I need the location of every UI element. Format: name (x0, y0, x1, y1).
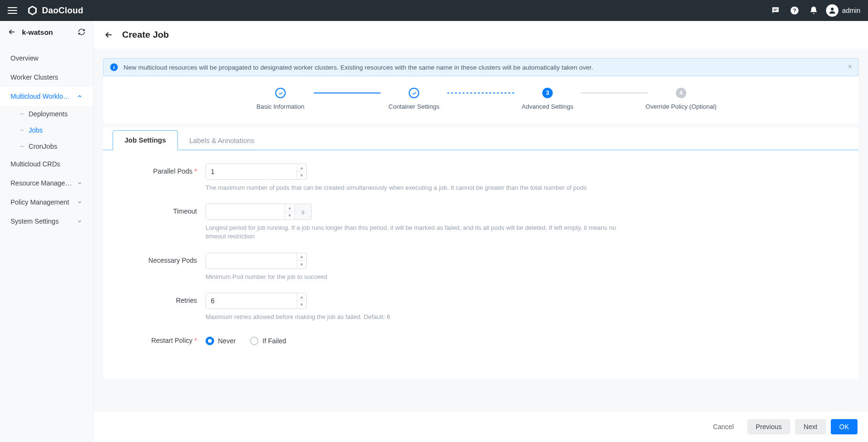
cancel-button[interactable]: Cancel (704, 419, 743, 434)
retries-input[interactable]: ▲▼ (206, 293, 307, 309)
step-override-policy[interactable]: 4 Override Policy (Optional) (648, 88, 714, 110)
svg-rect-0 (774, 9, 777, 10)
svg-rect-1 (774, 10, 776, 10)
hamburger-icon[interactable] (8, 7, 17, 14)
sidebar-item-resource-management[interactable]: Resource Manage… (0, 174, 93, 193)
sidebar: k-watson Overview Worker Clusters Multic… (0, 21, 93, 442)
ok-button[interactable]: OK (831, 419, 858, 434)
sidebar-item-deployments[interactable]: Deployments (0, 106, 93, 122)
step-line (314, 93, 381, 93)
info-alert: i New multicloud resources will be propa… (103, 58, 858, 76)
chevron-down-icon (77, 218, 83, 224)
bell-icon[interactable] (809, 6, 818, 15)
necessary-pods-field[interactable] (206, 253, 297, 268)
timeout-suffix: s (294, 204, 311, 219)
restart-policy-group: Never If Failed (206, 333, 635, 345)
step-basic-info[interactable]: Basic Information (247, 88, 314, 110)
sidebar-item-jobs[interactable]: Jobs (0, 122, 93, 138)
radio-if-failed[interactable]: If Failed (250, 337, 286, 345)
footer: Cancel Previous Next OK (93, 411, 868, 442)
close-icon[interactable]: × (848, 62, 852, 71)
sidebar-item-worker-clusters[interactable]: Worker Clusters (0, 68, 93, 87)
step-line (581, 93, 648, 93)
sidebar-item-policy-management[interactable]: Policy Management (0, 193, 93, 212)
radio-never[interactable]: Never (206, 337, 236, 345)
label-necessary-pods: Necessary Pods (122, 253, 206, 264)
next-button[interactable]: Next (795, 419, 826, 434)
parallel-pods-field[interactable] (206, 164, 297, 179)
form-card: Job Settings Labels & Annotations Parall… (103, 127, 858, 379)
sidebar-item-overview[interactable]: Overview (0, 49, 93, 68)
sidebar-item-cronjobs[interactable]: CronJobs (0, 138, 93, 154)
context-label: k-watson (22, 28, 78, 36)
context-back-icon[interactable] (8, 28, 16, 36)
tabs: Job Settings Labels & Annotations (103, 127, 858, 150)
sidebar-item-multicloud-workloads[interactable]: Multicloud Worklo… (0, 87, 93, 106)
brand-logo[interactable]: DaoCloud (27, 5, 83, 16)
help-timeout: Longest period for job running. If a job… (206, 224, 635, 241)
topbar: DaoCloud ? admin (0, 0, 868, 21)
page-back-icon[interactable] (104, 30, 114, 40)
spinner[interactable]: ▲▼ (285, 204, 294, 219)
step-line (447, 93, 514, 93)
help-necessary-pods: Minimum Pod number for the job to succee… (206, 273, 635, 281)
chevron-down-icon (77, 180, 83, 186)
svg-point-4 (831, 8, 834, 10)
chevron-up-icon (77, 93, 83, 99)
label-parallel-pods: Parallel Pods* (122, 164, 206, 175)
spinner[interactable]: ▲▼ (297, 293, 306, 308)
messages-icon[interactable] (771, 6, 780, 15)
previous-button[interactable]: Previous (747, 419, 790, 434)
main: Create Job i New multicloud resources wi… (93, 21, 868, 442)
sidebar-item-system-settings[interactable]: System Settings (0, 212, 93, 231)
necessary-pods-input[interactable]: ▲▼ (206, 253, 307, 269)
timeout-field[interactable] (206, 204, 285, 219)
stepper-card: Basic Information Container Settings 3 A… (103, 76, 858, 123)
step-container-settings[interactable]: Container Settings (381, 88, 447, 110)
info-icon: i (110, 63, 118, 71)
timeout-input[interactable]: ▲▼ s (206, 204, 312, 220)
spinner[interactable]: ▲▼ (297, 164, 306, 179)
spinner[interactable]: ▲▼ (297, 253, 306, 268)
avatar-icon (826, 4, 838, 17)
stepper: Basic Information Container Settings 3 A… (122, 88, 839, 110)
chevron-down-icon (77, 199, 83, 205)
svg-text:?: ? (793, 7, 796, 13)
tab-labels-annotations[interactable]: Labels & Annotations (178, 131, 266, 150)
step-advanced-settings[interactable]: 3 Advanced Settings (514, 88, 581, 110)
context-switcher: k-watson (0, 21, 93, 43)
help-retries: Maximum retries allowed before making th… (206, 313, 635, 321)
user-menu[interactable]: admin (826, 4, 860, 17)
page-title: Create Job (122, 30, 169, 40)
help-icon[interactable]: ? (790, 6, 799, 15)
refresh-icon[interactable] (78, 28, 85, 36)
sidebar-item-multicloud-crds[interactable]: Multicloud CRDs (0, 154, 93, 174)
brand-name: DaoCloud (42, 6, 83, 16)
parallel-pods-input[interactable]: ▲▼ (206, 164, 307, 180)
label-restart-policy: Restart Policy* (122, 333, 206, 344)
user-name: admin (842, 7, 860, 14)
alert-text: New multicloud resources will be propaga… (124, 64, 593, 71)
logo-icon (27, 5, 38, 16)
page-header: Create Job (93, 21, 868, 49)
label-retries: Retries (122, 293, 206, 304)
help-parallel-pods: The maximum number of pods that can be c… (206, 184, 635, 192)
label-timeout: Timeout (122, 204, 206, 215)
tab-job-settings[interactable]: Job Settings (113, 130, 178, 150)
retries-field[interactable] (206, 293, 297, 308)
